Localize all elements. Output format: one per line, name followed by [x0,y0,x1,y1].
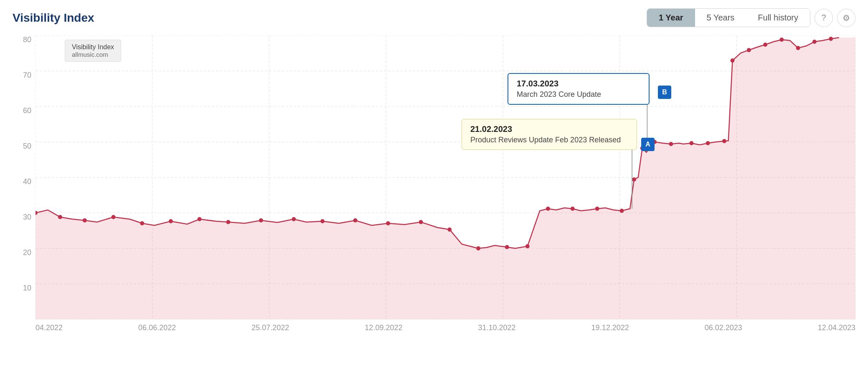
svg-point-18 [58,215,62,219]
settings-button[interactable]: ⚙ [837,9,855,27]
tab-1year[interactable]: 1 Year [647,9,695,27]
svg-point-30 [419,220,423,224]
svg-point-43 [689,141,693,145]
help-button[interactable]: ? [815,9,833,27]
y-axis: 80 70 60 50 40 30 20 10 [13,35,36,319]
header-controls: 1 Year 5 Years Full history ? ⚙ [647,8,855,27]
annotation-a-date: 21.02.2023 [470,124,628,134]
y-label-70: 70 [13,71,36,80]
x-label-dec2022: 19.12.2022 [591,323,629,332]
y-label-10: 10 [13,284,36,293]
tab-full-history[interactable]: Full history [746,9,810,27]
x-label-oct2022: 31.10.2022 [478,323,515,332]
svg-point-26 [292,217,296,221]
svg-point-22 [169,219,173,223]
y-label-20: 20 [13,248,36,257]
svg-point-42 [669,142,673,146]
svg-point-48 [763,43,767,47]
x-label-jul2022: 25.07.2022 [251,323,289,332]
svg-point-32 [476,246,480,250]
svg-point-20 [112,215,116,219]
svg-point-31 [447,227,452,232]
y-label-50: 50 [13,142,36,151]
svg-point-38 [620,209,624,213]
svg-point-33 [505,245,509,249]
svg-point-28 [353,218,358,222]
header: Visibility Index 1 Year 5 Years Full his… [13,8,855,27]
annotation-b-text: March 2023 Core Update [517,90,640,99]
page-container: Visibility Index 1 Year 5 Years Full his… [0,0,868,374]
svg-point-27 [320,219,325,223]
chart-area: 80 70 60 50 40 30 20 10 .grid-line { str… [13,35,855,336]
svg-point-45 [722,139,726,143]
svg-point-24 [226,220,230,224]
x-label-sep2022: 12.09.2022 [365,323,402,332]
svg-point-50 [796,46,800,50]
svg-point-21 [140,221,144,225]
chart-legend: Visibility Index allmusic.com [65,40,121,62]
annotation-b-date: 17.03.2023 [517,79,640,88]
time-range-tabs: 1 Year 5 Years Full history [647,8,810,27]
x-label-apr2023: 12.04.2023 [818,323,855,332]
page-title: Visibility Index [13,11,94,25]
svg-point-29 [386,221,390,225]
x-label-feb2023: 06.02.2023 [705,323,742,332]
legend-subtitle: allmusic.com [72,51,114,58]
svg-point-47 [747,48,751,52]
annotation-a-text: Product Reviews Update Feb 2023 Released [470,136,628,144]
y-label-80: 80 [13,35,36,44]
chart-canvas: .grid-line { stroke: #e0e0e0; stroke-wid… [36,35,855,319]
y-label-60: 60 [13,106,36,115]
svg-point-34 [525,244,530,248]
svg-point-46 [731,58,735,63]
annotation-marker-b: B [658,86,671,99]
svg-point-37 [595,207,599,211]
y-label-30: 30 [13,213,36,222]
svg-point-25 [259,218,263,222]
annotation-tooltip-a: 21.02.2023 Product Reviews Update Feb 20… [462,119,637,150]
svg-point-49 [779,38,784,42]
svg-point-35 [546,207,550,211]
svg-point-52 [829,37,833,41]
svg-point-36 [571,207,575,211]
svg-point-39 [632,177,636,182]
svg-point-44 [706,141,710,145]
y-label-40: 40 [13,177,36,186]
legend-title: Visibility Index [72,43,114,51]
annotation-tooltip-b: 17.03.2023 March 2023 Core Update [508,73,650,105]
svg-point-23 [198,217,202,221]
svg-point-51 [812,40,817,44]
tab-5years[interactable]: 5 Years [695,9,746,27]
x-label-apr2022: 04.2022 [36,323,63,332]
annotation-marker-a: A [641,138,655,151]
svg-point-19 [83,218,87,222]
x-axis: 04.2022 06.06.2022 25.07.2022 12.09.2022… [36,319,855,336]
x-label-jun2022: 06.06.2022 [138,323,176,332]
